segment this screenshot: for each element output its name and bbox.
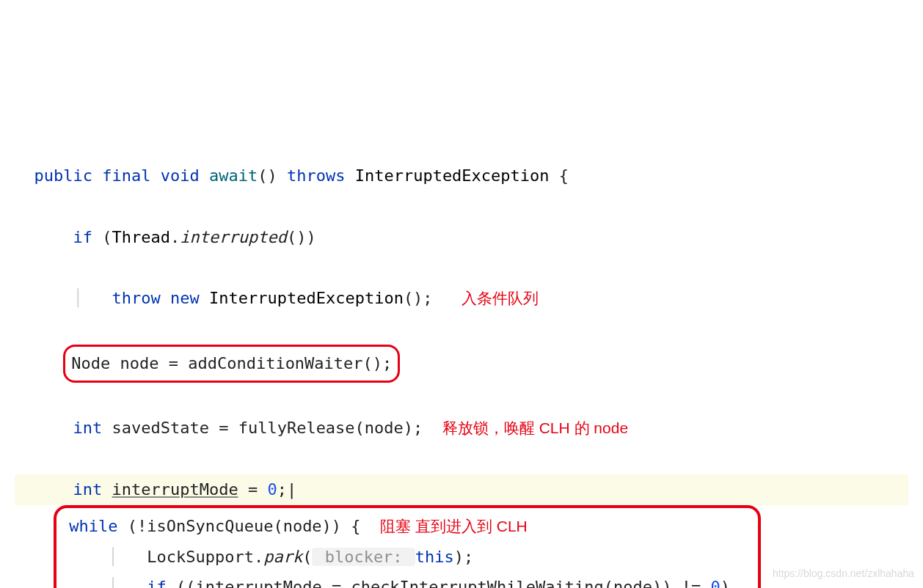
line-2: if (Thread.interrupted()) (15, 222, 908, 253)
call-park: park (263, 548, 302, 566)
line-6: int interruptMode = 0;| (15, 474, 908, 505)
l5-rest: savedState = fullyRelease(node); (102, 419, 423, 437)
dot: . (170, 228, 180, 246)
var-interruptmode: interruptMode (112, 480, 238, 499)
highlight-box-2: while (!isOnSyncQueue(node)) { 阻塞 直到进入到 … (54, 505, 761, 588)
kw-final: final (102, 166, 150, 185)
paren2: ( (302, 548, 312, 566)
locksupport: LockSupport. (147, 548, 263, 566)
kw-public: public (34, 166, 92, 185)
annotation-3: 阻塞 直到进入到 CLH (380, 518, 528, 534)
kw-int-1: int (73, 419, 102, 437)
ifr1: (( (167, 578, 196, 588)
indent-guide-2: │ (108, 548, 117, 566)
brace-open: { (550, 166, 569, 185)
line-3: │ throw new InterruptedException(); 入条件队… (15, 283, 908, 314)
kw-new: new (170, 289, 200, 307)
kw-throws: throws (287, 166, 345, 185)
eq: = (238, 480, 268, 499)
kw-if: if (73, 228, 92, 246)
var-interruptmode-2: interruptMode (195, 578, 321, 588)
semi: ; (277, 480, 287, 499)
kw-this: this (415, 548, 454, 566)
num-zero-2: 0 (710, 578, 720, 588)
kw-if-2: if (147, 578, 167, 588)
while-cond: (!isOnSyncQueue(node)) { (117, 517, 360, 535)
ifr3: ) (720, 578, 730, 588)
method-name: await (209, 166, 258, 185)
class-thread: Thread (112, 228, 169, 246)
paren-close: ()) (287, 228, 316, 246)
kw-while: while (69, 517, 117, 535)
close2: ); (454, 548, 474, 566)
tail: (); (404, 289, 433, 307)
caret: | (287, 480, 296, 499)
call-interrupted: interrupted (180, 228, 287, 246)
exception-type-2: InterruptedException (209, 289, 404, 307)
annotation-2: 释放锁，唤醒 CLH 的 node (442, 419, 628, 436)
kw-int-2: int (73, 480, 102, 499)
indent-guide-3: │ (108, 578, 117, 588)
line-5: int savedState = fullyRelease(node); 释放锁… (15, 413, 908, 444)
parens: () (258, 166, 277, 185)
code-block: public final void await() throws Interru… (15, 130, 908, 588)
line-4: Node node = addConditionWaiter(); (15, 345, 908, 383)
kw-throw: throw (112, 289, 160, 307)
paren: ( (92, 228, 112, 246)
line-1: public final void await() throws Interru… (15, 161, 908, 191)
sp (102, 480, 112, 499)
exception-type: InterruptedException (355, 166, 550, 185)
annotation-1: 入条件队列 (462, 290, 539, 306)
indent-guide: │ (73, 289, 82, 307)
highlight-box-1: Node node = addConditionWaiter(); (63, 345, 400, 383)
box1-text: Node node = addConditionWaiter(); (71, 354, 392, 372)
ifr2: = checkInterruptWhileWaiting(node)) != (322, 578, 711, 588)
num-zero: 0 (267, 480, 277, 499)
kw-void: void (161, 166, 200, 185)
watermark: https://blog.csdn.net/zxlhahaha (773, 564, 914, 584)
param-hint: blocker: (312, 548, 415, 566)
